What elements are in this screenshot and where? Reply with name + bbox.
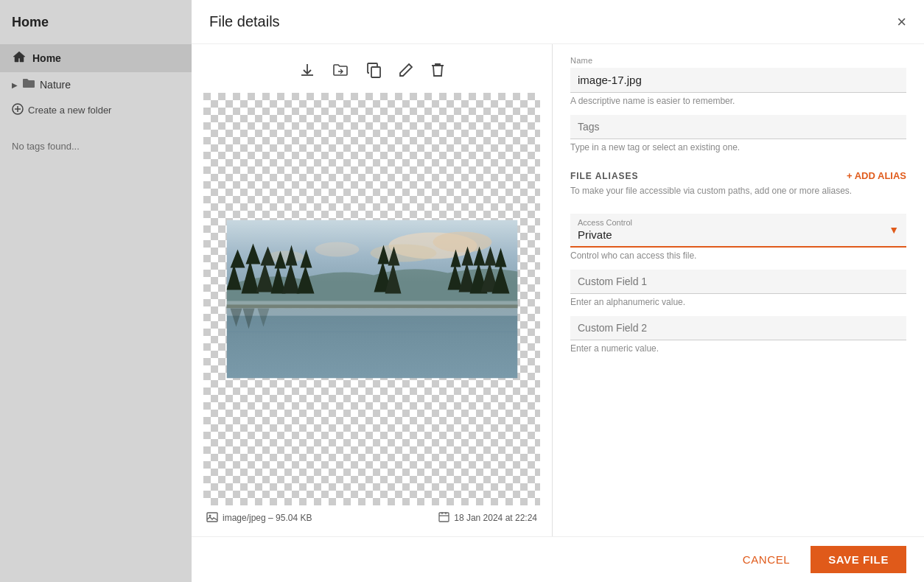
- name-field-group: Name A descriptive name is easier to rem…: [570, 56, 906, 106]
- svg-rect-18: [439, 513, 449, 522]
- landscape-image: [226, 220, 517, 379]
- add-alias-button[interactable]: + ADD ALIAS: [847, 170, 906, 181]
- svg-point-6: [433, 232, 491, 253]
- cancel-button[interactable]: CANCEL: [731, 547, 802, 572]
- plus-circle-icon: [12, 103, 24, 117]
- delete-button[interactable]: [428, 59, 447, 81]
- svg-rect-3: [371, 67, 380, 77]
- access-control-select-wrapper[interactable]: Access Control Private ▼ Private Public …: [570, 214, 906, 248]
- modal-header: File details ×: [192, 0, 924, 44]
- custom-field-2-group: Enter a numeric value.: [570, 316, 906, 354]
- image-toolbar: [203, 56, 540, 84]
- access-control-hint: Control who can access this file.: [570, 250, 906, 261]
- custom-field-1-hint: Enter an alphanumeric value.: [570, 297, 906, 307]
- tags-input[interactable]: [570, 115, 906, 139]
- image-mime-size: image/jpeg – 95.04 KB: [223, 513, 312, 523]
- svg-rect-16: [207, 513, 217, 522]
- no-tags-label: No tags found...: [0, 129, 192, 164]
- file-aliases-header: FILE ALIASES + ADD ALIAS: [570, 170, 906, 181]
- custom-field-1-group: Enter an alphanumeric value.: [570, 270, 906, 307]
- move-button[interactable]: [329, 59, 351, 81]
- edit-button[interactable]: [396, 59, 416, 81]
- file-details-modal: File details ×: [192, 0, 924, 582]
- calendar-icon: [438, 511, 449, 525]
- sidebar-item-nature[interactable]: ▶ Nature: [0, 72, 192, 97]
- sidebar: Home Home ▶ Nature Create a new folder N…: [0, 0, 192, 582]
- create-folder-button[interactable]: Create a new folder: [0, 97, 192, 123]
- name-hint: A descriptive name is easier to remember…: [570, 96, 906, 106]
- sidebar-item-home-label: Home: [32, 52, 61, 64]
- custom-field-2-hint: Enter a numeric value.: [570, 343, 906, 354]
- name-input[interactable]: [570, 68, 906, 93]
- svg-rect-11: [226, 309, 517, 379]
- svg-point-8: [315, 242, 359, 257]
- sidebar-item-home[interactable]: Home: [0, 44, 192, 72]
- details-panel: Name A descriptive name is easier to rem…: [553, 44, 924, 536]
- image-preview: [203, 93, 540, 505]
- image-type-icon: [206, 512, 218, 525]
- tags-hint: Type in a new tag or select an existing …: [570, 142, 906, 152]
- sidebar-title: Home: [0, 0, 192, 44]
- access-control-group: Access Control Private ▼ Private Public …: [570, 214, 906, 261]
- folder-icon: [22, 78, 35, 91]
- custom-field-2-input[interactable]: [570, 316, 906, 340]
- image-date: 18 Jan 2024 at 22:24: [454, 513, 537, 523]
- modal-body: image/jpeg – 95.04 KB 18 Ja: [192, 44, 924, 536]
- create-folder-label: Create a new folder: [28, 105, 111, 116]
- modal-title: File details: [209, 13, 280, 30]
- copy-button[interactable]: [363, 59, 384, 81]
- modal-footer: CANCEL SAVE FILE: [192, 536, 924, 582]
- svg-point-17: [209, 514, 211, 516]
- close-button[interactable]: ×: [897, 14, 906, 30]
- chevron-right-icon: ▶: [12, 81, 18, 89]
- file-aliases-section: FILE ALIASES + ADD ALIAS To make your fi…: [570, 170, 906, 196]
- sidebar-item-nature-label: Nature: [40, 79, 71, 91]
- image-panel: image/jpeg – 95.04 KB 18 Ja: [192, 44, 553, 536]
- svg-rect-15: [226, 301, 517, 316]
- file-aliases-title: FILE ALIASES: [570, 171, 638, 181]
- tags-field-group: Type in a new tag or select an existing …: [570, 115, 906, 152]
- name-label: Name: [570, 56, 906, 65]
- download-button[interactable]: [297, 59, 318, 81]
- file-aliases-hint: To make your file accessible via custom …: [570, 186, 906, 196]
- custom-field-1-input[interactable]: [570, 270, 906, 294]
- image-footer: image/jpeg – 95.04 KB 18 Ja: [203, 505, 540, 525]
- home-icon: [12, 50, 27, 66]
- save-file-button[interactable]: SAVE FILE: [811, 546, 906, 573]
